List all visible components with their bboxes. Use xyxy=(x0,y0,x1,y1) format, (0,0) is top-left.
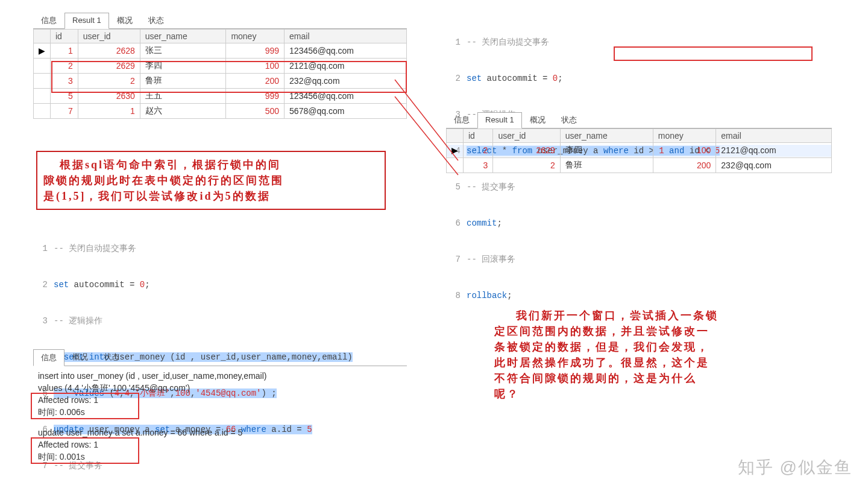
tab-info[interactable]: 信息 xyxy=(33,12,64,28)
tab-info-r[interactable]: 信息 xyxy=(446,112,477,128)
msg-line: update user_money a set a.money = 66 whe… xyxy=(38,426,402,439)
cell-user_id[interactable]: 2629 xyxy=(493,143,560,158)
table-row[interactable]: 22629李四1002121@qq.com xyxy=(34,59,407,74)
col-money[interactable]: money xyxy=(226,30,285,43)
cell-email[interactable]: 232@qq.com xyxy=(285,74,407,89)
msg-line: Affected rows: 1 xyxy=(38,439,402,451)
watermark: 知乎 @似金鱼 xyxy=(738,456,852,479)
cell-money[interactable]: 999 xyxy=(226,89,285,104)
table-header-row: id user_id user_name money email xyxy=(447,129,832,143)
row-marker xyxy=(34,104,51,119)
cell-id[interactable]: 7 xyxy=(51,104,78,119)
cell-email[interactable]: 2121@qq.com xyxy=(285,59,407,74)
left-tabs: 信息 Result 1 概况 状态 xyxy=(33,12,407,29)
anno-r-l1: 我们新开一个窗口，尝试插入一条锁 xyxy=(516,309,719,322)
msg-line: 时间: 0.001s xyxy=(38,451,402,463)
row-marker xyxy=(34,74,51,89)
anno-r-l2: 定区间范围内的数据，并且尝试修改一 xyxy=(494,325,709,337)
cell-id[interactable]: 5 xyxy=(51,89,78,104)
tab-overview-r[interactable]: 概况 xyxy=(522,112,553,128)
right-result-panel: 信息 Result 1 概况 状态 id user_id user_name m… xyxy=(446,112,832,173)
right-tabs: 信息 Result 1 概况 状态 xyxy=(446,112,832,128)
cell-id[interactable]: 3 xyxy=(51,74,78,89)
cell-email[interactable]: 232@qq.com xyxy=(716,158,832,173)
msg-line: insert into user_money (id , user_id,use… xyxy=(38,370,402,382)
row-marker xyxy=(447,158,464,173)
cell-user_name[interactable]: 王五 xyxy=(140,89,226,104)
cell-id[interactable]: 3 xyxy=(464,158,493,173)
cell-email[interactable]: 5678@qq.com xyxy=(285,104,407,119)
cell-user_name[interactable]: 李四 xyxy=(140,59,226,74)
tab-result1-r[interactable]: Result 1 xyxy=(477,112,522,128)
tab-status[interactable]: 状态 xyxy=(140,12,172,28)
cell-email[interactable]: 123456@qq.com xyxy=(285,89,407,104)
cell-user_id[interactable]: 2 xyxy=(78,74,140,89)
tab-msg-overview[interactable]: 概况 xyxy=(64,349,96,366)
msg-line: 时间: 0.006s xyxy=(38,406,402,418)
table-row[interactable]: ▶12628张三999123456@qq.com xyxy=(34,43,407,59)
cell-id[interactable]: 2 xyxy=(464,143,493,158)
cell-user_id[interactable]: 2630 xyxy=(78,89,140,104)
row-marker xyxy=(34,59,51,74)
col-user_name[interactable]: user_name xyxy=(560,129,653,143)
anno-left-l1: 根据sql语句命中索引，根据行锁中的间 xyxy=(60,159,281,171)
row-marker: ▶ xyxy=(447,143,464,158)
cell-user_name[interactable]: 鲁班 xyxy=(140,74,226,89)
cell-money[interactable]: 500 xyxy=(226,104,285,119)
anno-r-l3: 条被锁定的数据，但是，我们会发现， xyxy=(494,341,709,353)
cell-email[interactable]: 123456@qq.com xyxy=(285,43,407,59)
col-user_id[interactable]: user_id xyxy=(78,30,140,43)
cell-money[interactable]: 100 xyxy=(226,59,285,74)
tab-overview[interactable]: 概况 xyxy=(109,12,140,28)
msg-line: values (4,4,'小鲁班',100,'4545@qq.com') xyxy=(38,382,402,394)
table-row[interactable]: 32鲁班200232@qq.com xyxy=(447,158,832,173)
col-user_name[interactable]: user_name xyxy=(140,30,226,43)
cell-user_name[interactable]: 李四 xyxy=(560,143,653,158)
cell-money[interactable]: 200 xyxy=(226,74,285,89)
table-header-row: id user_id user_name money email xyxy=(34,30,407,43)
row-marker: ▶ xyxy=(34,43,51,59)
message-panel: 信息 概况 状态 insert into user_money (id , us… xyxy=(33,349,407,466)
tab-result1[interactable]: Result 1 xyxy=(64,13,109,29)
cell-money[interactable]: 200 xyxy=(653,158,715,173)
cell-user_name[interactable]: 赵六 xyxy=(140,104,226,119)
left-result-panel: 信息 Result 1 概况 状态 id user_id user_name m… xyxy=(33,12,407,119)
table-row[interactable]: 32鲁班200232@qq.com xyxy=(34,74,407,89)
cell-user_name[interactable]: 鲁班 xyxy=(560,158,653,173)
anno-left-l3: 是(1,5]，我们可以尝试修改id为5的数据 xyxy=(43,190,271,202)
anno-r-l6: 呢？ xyxy=(494,388,520,400)
table-row[interactable]: 71赵六5005678@qq.com xyxy=(34,104,407,119)
cell-user_id[interactable]: 2629 xyxy=(78,59,140,74)
col-user_id[interactable]: user_id xyxy=(493,129,560,143)
message-output: insert into user_money (id , user_id,use… xyxy=(33,366,407,466)
col-id[interactable]: id xyxy=(464,129,493,143)
tab-msg-status[interactable]: 状态 xyxy=(96,349,127,366)
tab-status-r[interactable]: 状态 xyxy=(553,112,585,128)
left-result-table[interactable]: id user_id user_name money email ▶12628张… xyxy=(33,29,407,119)
col-email[interactable]: email xyxy=(716,129,832,143)
col-id[interactable]: id xyxy=(51,30,78,43)
cell-email[interactable]: 2121@qq.com xyxy=(716,143,832,158)
cell-id[interactable]: 1 xyxy=(51,43,78,59)
row-marker xyxy=(34,89,51,104)
cell-money[interactable]: 999 xyxy=(226,43,285,59)
cell-user_id[interactable]: 1 xyxy=(78,104,140,119)
right-result-table[interactable]: id user_id user_name money email ▶22629李… xyxy=(446,128,832,173)
cell-id[interactable]: 2 xyxy=(51,59,78,74)
tab-msg-info[interactable]: 信息 xyxy=(33,349,64,366)
cell-user_name[interactable]: 张三 xyxy=(140,43,226,59)
col-email[interactable]: email xyxy=(285,30,407,43)
annotation-left: 根据sql语句命中索引，根据行锁中的间 隙锁的规则此时在表中锁定的行的区间范围 … xyxy=(36,151,386,210)
annotation-right: 我们新开一个窗口，尝试插入一条锁 定区间范围内的数据，并且尝试修改一 条被锁定的… xyxy=(494,308,835,402)
cell-money[interactable]: 100 xyxy=(653,143,715,158)
cell-user_id[interactable]: 2628 xyxy=(78,43,140,59)
table-row[interactable]: 52630王五999123456@qq.com xyxy=(34,89,407,104)
anno-r-l4: 此时居然操作成功了。很显然，这个是 xyxy=(494,357,709,369)
col-money[interactable]: money xyxy=(653,129,715,143)
cell-user_id[interactable]: 2 xyxy=(493,158,560,173)
anno-r-l5: 不符合间隙锁的规则的，这是为什么 xyxy=(494,372,697,384)
anno-left-l2: 隙锁的规则此时在表中锁定的行的区间范围 xyxy=(43,174,284,186)
table-row[interactable]: ▶22629李四1002121@qq.com xyxy=(447,143,832,158)
msg-tabs: 信息 概况 状态 xyxy=(33,349,407,366)
msg-line: Affected rows: 1 xyxy=(38,394,402,406)
